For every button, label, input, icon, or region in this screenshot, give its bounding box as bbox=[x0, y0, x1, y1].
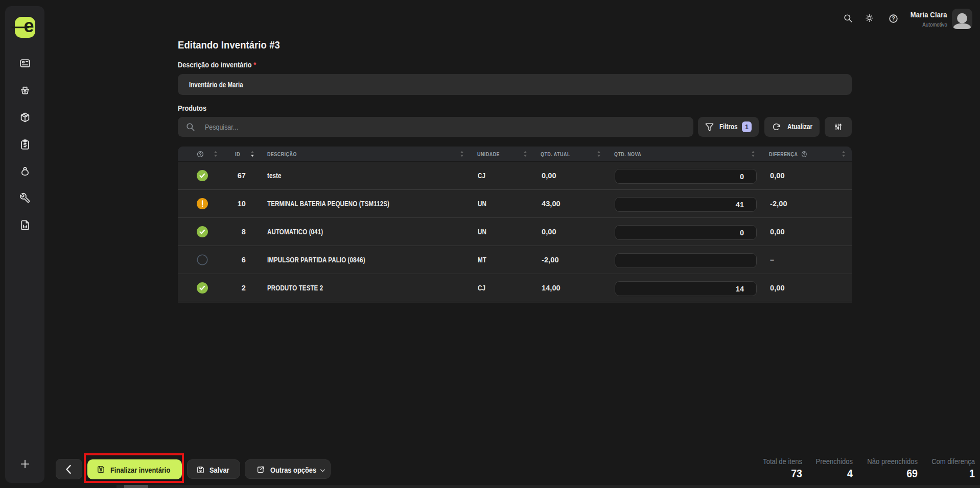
svg-text:e: e bbox=[24, 15, 34, 36]
svg-text:?: ? bbox=[892, 15, 895, 21]
